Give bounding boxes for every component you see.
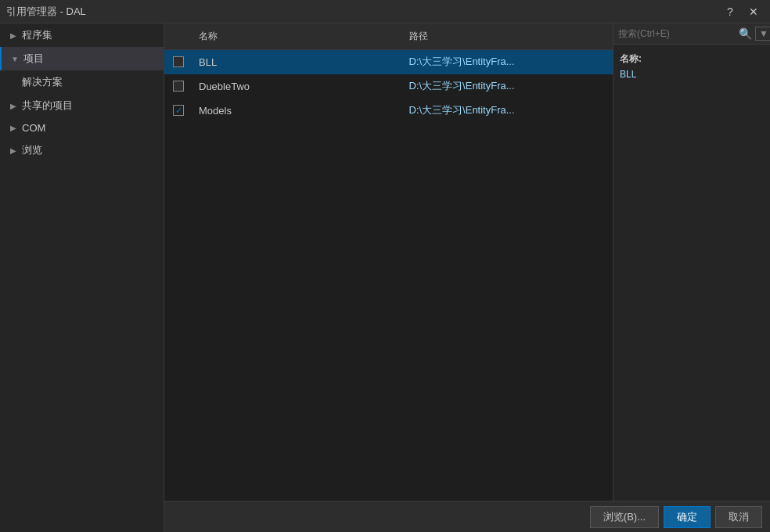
row-checkbox-1[interactable]: [164, 56, 192, 67]
ref-table-container: 名称 路径 BLL D:\大三学习\EntityFra...: [164, 23, 613, 501]
title-bar-left: 引用管理器 - DAL: [6, 5, 86, 19]
shared-expand-icon: [9, 102, 17, 110]
bottom-bar: 浏览(B)... 确定 取消: [164, 501, 770, 532]
table-row[interactable]: DuebleTwo D:\大三学习\EntityFra...: [164, 74, 613, 99]
sidebar-item-browse[interactable]: 浏览: [0, 138, 164, 162]
sidebar-item-com-label: COM: [22, 122, 45, 134]
detail-panel: 🔍 ▼ 名称: BLL: [613, 23, 770, 501]
sidebar-item-project[interactable]: 项目: [0, 47, 164, 70]
browse-button[interactable]: 浏览(B)...: [590, 506, 659, 528]
checkbox-1[interactable]: [173, 56, 184, 67]
ref-table-header: 名称 路径: [164, 23, 613, 50]
row-path-1: D:\大三学习\EntityFra...: [403, 52, 613, 71]
row-path-3: D:\大三学习\EntityFra...: [403, 101, 613, 120]
sidebar-item-shared-label: 共享的项目: [22, 99, 73, 113]
window-title: 引用管理器 - DAL: [6, 5, 86, 19]
row-name-1: BLL: [192, 54, 403, 70]
checkbox-col-header: [164, 27, 192, 46]
content-area: 名称 路径 BLL D:\大三学习\EntityFra...: [164, 23, 770, 501]
table-row[interactable]: BLL D:\大三学习\EntityFra...: [164, 50, 613, 74]
row-name-3: Models: [192, 102, 403, 119]
help-button[interactable]: ?: [720, 3, 740, 20]
sidebar-item-assemblies-label: 程序集: [22, 28, 52, 42]
sidebar: 程序集 项目 解决方案 共享的项目 COM 浏览: [0, 23, 164, 532]
assemblies-expand-icon: [9, 31, 17, 39]
sidebar-item-project-label: 项目: [23, 52, 44, 66]
checkbox-3[interactable]: ✓: [173, 105, 184, 116]
row-checkbox-3[interactable]: ✓: [164, 105, 192, 116]
close-button[interactable]: ✕: [743, 3, 764, 20]
detail-name-label: 名称:: [620, 52, 764, 66]
sidebar-item-shared[interactable]: 共享的项目: [0, 94, 164, 117]
cancel-button[interactable]: 取消: [715, 506, 762, 528]
ref-table-body: BLL D:\大三学习\EntityFra... DuebleTwo D:\大三…: [164, 50, 613, 501]
search-bar: 🔍 ▼: [613, 23, 770, 45]
ok-button[interactable]: 确定: [664, 506, 711, 528]
main-layout: 程序集 项目 解决方案 共享的项目 COM 浏览: [0, 23, 770, 532]
row-path-2: D:\大三学习\EntityFra...: [403, 77, 613, 95]
row-name-2: DuebleTwo: [192, 78, 403, 95]
detail-content: 名称: BLL: [613, 45, 770, 88]
browse-expand-icon: [9, 146, 17, 154]
search-icon: 🔍: [739, 27, 752, 40]
sidebar-item-browse-label: 浏览: [22, 143, 42, 157]
sidebar-item-solution[interactable]: 解决方案: [0, 70, 164, 94]
sidebar-item-com[interactable]: COM: [0, 117, 164, 138]
sidebar-item-assemblies[interactable]: 程序集: [0, 23, 164, 47]
title-bar-right: ? ✕: [720, 3, 764, 20]
sidebar-item-solution-label: 解决方案: [22, 75, 63, 89]
com-expand-icon: [9, 124, 17, 132]
path-col-header: 路径: [403, 27, 613, 46]
right-panel: 名称 路径 BLL D:\大三学习\EntityFra...: [164, 23, 770, 532]
row-checkbox-2[interactable]: [164, 81, 192, 92]
title-bar: 引用管理器 - DAL ? ✕: [0, 0, 770, 23]
search-input[interactable]: [618, 28, 736, 39]
name-col-header: 名称: [192, 27, 403, 46]
table-row[interactable]: ✓ Models D:\大三学习\EntityFra...: [164, 99, 613, 123]
checkbox-2[interactable]: [173, 81, 184, 92]
detail-name-value: BLL: [620, 69, 764, 80]
project-expand-icon: [11, 55, 19, 63]
search-dropdown-button[interactable]: ▼: [755, 27, 770, 41]
